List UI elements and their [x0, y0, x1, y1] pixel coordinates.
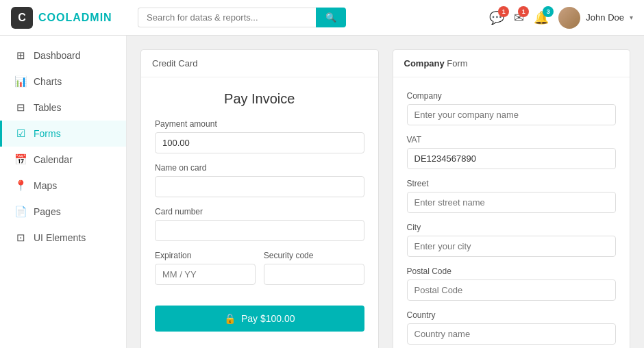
- country-input[interactable]: [407, 323, 617, 345]
- sidebar-label-charts: Charts: [34, 76, 62, 87]
- expiration-label: Expiration: [155, 251, 256, 260]
- card-number-group: Card number: [155, 207, 364, 241]
- tables-icon: ⊟: [14, 101, 27, 114]
- content-area: Credit Card Pay Invoice Payment amount N…: [127, 36, 644, 348]
- company-form-header-light-text: Form: [447, 58, 467, 69]
- sidebar-item-pages[interactable]: 📄 Pages: [0, 199, 126, 225]
- search-area: 🔍: [138, 8, 489, 27]
- avatar: [558, 7, 580, 29]
- vat-group: VAT: [407, 135, 617, 169]
- name-on-card-group: Name on card: [155, 163, 364, 197]
- postal-code-group: Postal Code: [407, 266, 617, 301]
- street-label: Street: [407, 179, 617, 188]
- company-name-group: Company: [407, 91, 617, 125]
- user-name: John Doe: [586, 12, 624, 23]
- country-label: Country: [407, 310, 617, 320]
- notifications-icon-wrapper[interactable]: 🔔 3: [534, 10, 549, 25]
- postal-code-input[interactable]: [407, 279, 617, 301]
- street-input[interactable]: [407, 192, 617, 213]
- payment-amount-label: Payment amount: [155, 119, 364, 129]
- payment-amount-input[interactable]: [155, 132, 364, 153]
- security-code-label: Security code: [264, 251, 364, 260]
- mail-badge: 1: [518, 6, 529, 17]
- main-layout: ⊞ Dashboard 📊 Charts ⊟ Tables ☑ Forms 📅 …: [0, 36, 644, 348]
- security-code-group: Security code: [264, 251, 364, 285]
- notifications-badge: 3: [543, 6, 554, 17]
- sidebar-item-maps[interactable]: 📍 Maps: [0, 173, 126, 199]
- country-group: Country: [407, 310, 617, 345]
- vat-input[interactable]: [407, 148, 617, 169]
- sidebar-item-tables[interactable]: ⊟ Tables: [0, 95, 126, 121]
- city-label: City: [407, 223, 617, 232]
- company-form-header: Company Form: [393, 50, 630, 77]
- search-button[interactable]: 🔍: [316, 8, 346, 27]
- sidebar-label-pages: Pages: [34, 206, 61, 217]
- sidebar-item-dashboard[interactable]: ⊞ Dashboard: [0, 42, 126, 69]
- nav-right: 💬 1 ✉ 1 🔔 3 John Doe ▾: [489, 7, 633, 29]
- company-name-input[interactable]: [407, 104, 617, 125]
- chevron-down-icon: ▾: [630, 14, 633, 21]
- company-form-body: Company VAT Street City: [393, 77, 630, 348]
- user-area[interactable]: John Doe ▾: [558, 7, 633, 29]
- sidebar-item-forms[interactable]: ☑ Forms: [0, 121, 126, 147]
- logo-text: COOLADMIN: [38, 12, 112, 24]
- pay-button-label: Pay $100.00: [241, 313, 295, 324]
- sidebar-item-ui-elements[interactable]: ⊡ UI Elements: [0, 225, 126, 251]
- mail-icon-wrapper[interactable]: ✉ 1: [514, 10, 524, 25]
- maps-icon: 📍: [14, 179, 27, 192]
- vat-label: VAT: [407, 135, 617, 145]
- topnav: C COOLADMIN 🔍 💬 1 ✉ 1 🔔 3 John Doe ▾: [0, 0, 644, 36]
- logo-icon: C: [11, 7, 33, 29]
- credit-card-body: Pay Invoice Payment amount Name on card …: [141, 77, 378, 345]
- credit-card-header: Credit Card: [141, 50, 378, 77]
- logo-area: C COOLADMIN: [11, 7, 138, 29]
- sidebar-label-ui-elements: UI Elements: [34, 232, 86, 243]
- lock-icon: 🔒: [224, 313, 236, 324]
- charts-icon: 📊: [14, 75, 27, 88]
- sidebar-label-maps: Maps: [34, 180, 57, 191]
- name-on-card-label: Name on card: [155, 163, 364, 173]
- expiry-security-row: Expiration Security code: [155, 251, 364, 295]
- company-form-card: Company Form Company VAT Street: [393, 49, 631, 348]
- company-label: Company: [407, 91, 617, 101]
- sidebar-label-tables: Tables: [34, 102, 61, 113]
- expiration-group: Expiration: [155, 251, 256, 285]
- sidebar-label-dashboard: Dashboard: [34, 50, 81, 61]
- messages-badge: 1: [498, 6, 509, 17]
- main-grid: Credit Card Pay Invoice Payment amount N…: [140, 49, 630, 348]
- sidebar-label-forms: Forms: [34, 128, 61, 139]
- sidebar-item-calendar[interactable]: 📅 Calendar: [0, 147, 126, 173]
- expiration-input[interactable]: [155, 264, 256, 285]
- forms-icon: ☑: [14, 127, 27, 140]
- credit-card-header-text: Credit Card: [152, 58, 197, 69]
- logo-admin: ADMIN: [73, 12, 112, 23]
- dashboard-icon: ⊞: [14, 49, 27, 62]
- pages-icon: 📄: [14, 206, 27, 218]
- name-on-card-input[interactable]: [155, 176, 364, 197]
- logo-cool: COOL: [38, 12, 73, 23]
- calendar-icon: 📅: [14, 153, 27, 166]
- messages-icon-wrapper[interactable]: 💬 1: [489, 10, 504, 25]
- card-number-label: Card number: [155, 207, 364, 216]
- security-code-input[interactable]: [264, 264, 364, 285]
- pay-button[interactable]: 🔒 Pay $100.00: [155, 306, 364, 332]
- search-input[interactable]: [138, 8, 316, 27]
- sidebar: ⊞ Dashboard 📊 Charts ⊟ Tables ☑ Forms 📅 …: [0, 36, 127, 348]
- city-input[interactable]: [407, 236, 617, 257]
- card-number-input[interactable]: [155, 220, 364, 241]
- city-group: City: [407, 223, 617, 257]
- credit-card-card: Credit Card Pay Invoice Payment amount N…: [140, 49, 379, 348]
- street-group: Street: [407, 179, 617, 213]
- postal-code-label: Postal Code: [407, 266, 617, 276]
- company-form-header-bold: Company: [404, 58, 445, 69]
- pay-invoice-title: Pay Invoice: [155, 91, 364, 107]
- ui-elements-icon: ⊡: [14, 232, 27, 244]
- payment-amount-group: Payment amount: [155, 119, 364, 153]
- sidebar-label-calendar: Calendar: [34, 154, 73, 165]
- sidebar-item-charts[interactable]: 📊 Charts: [0, 69, 126, 95]
